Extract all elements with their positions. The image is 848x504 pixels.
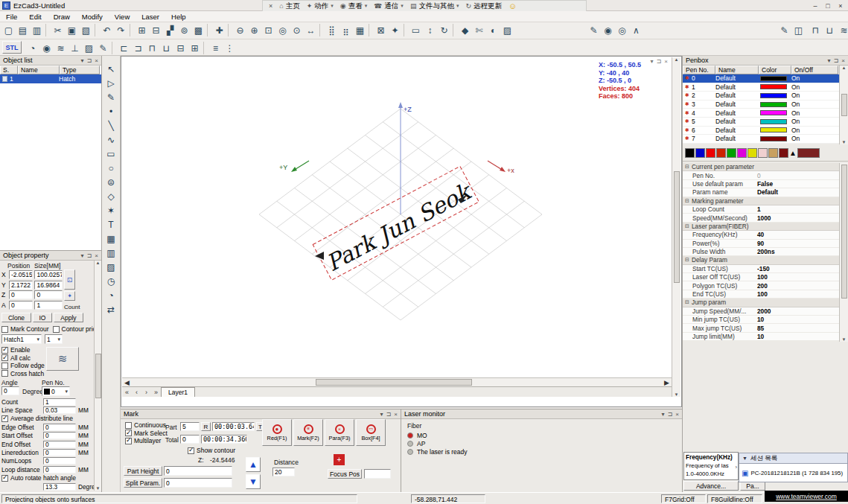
text-tool-icon[interactable]: T bbox=[104, 217, 118, 232]
panel-pin-icon[interactable]: ⊐ bbox=[386, 411, 392, 418]
panel-close-icon[interactable]: × bbox=[841, 57, 845, 64]
pen-header-name[interactable]: Name bbox=[715, 66, 759, 74]
open-icon[interactable]: ▤ bbox=[16, 23, 30, 37]
size-y-field[interactable]: 16.9864 bbox=[34, 281, 63, 290]
end-offset-field[interactable]: 0 bbox=[43, 441, 76, 448]
hatch-pattern-button[interactable]: ≋ bbox=[46, 347, 79, 371]
add-point-icon[interactable]: ✚ bbox=[212, 23, 226, 37]
param-row-polygon-tc-us[interactable]: Polygon TC(US)200 bbox=[683, 281, 840, 290]
panel-pin-icon[interactable]: ⊐ bbox=[87, 57, 92, 64]
param-row-power[interactable]: Power(%)90 bbox=[683, 240, 840, 248]
palette-swatch-6[interactable] bbox=[747, 148, 757, 158]
menu-modify[interactable]: Modify bbox=[76, 13, 109, 21]
align-center-v-icon[interactable]: ⊞ bbox=[188, 41, 202, 55]
view-switch-icon[interactable]: ◫ bbox=[791, 23, 806, 37]
pen-row-0[interactable]: ✱0DefaultOn bbox=[683, 74, 848, 83]
pen-header-color[interactable]: Color bbox=[759, 66, 791, 74]
object-property-scrollbar[interactable]: ▲ ▼ bbox=[94, 261, 101, 491]
pen-header-on-off[interactable]: On/Off bbox=[791, 66, 838, 74]
toolbar-close-icon[interactable]: × bbox=[269, 2, 272, 10]
param-row-pulse-width[interactable]: Pulse Width200ns bbox=[683, 248, 840, 256]
param-section-delay-param[interactable]: ⊟Delay Param bbox=[683, 256, 840, 264]
panel-menu-icon[interactable]: ▾ bbox=[662, 411, 665, 418]
zoom-out-icon[interactable]: ⊖ bbox=[233, 23, 247, 37]
measure-icon[interactable]: ↕ bbox=[423, 23, 437, 37]
object-list-row-selected[interactable]: 1 Hatch bbox=[0, 74, 101, 83]
snap-grid-icon[interactable]: ▦ bbox=[353, 23, 367, 37]
pen-row-3[interactable]: ✱3DefaultOn bbox=[683, 101, 848, 109]
select-tool-icon[interactable]: ↖ bbox=[104, 62, 118, 76]
object-list-header-s[interactable]: S. bbox=[0, 66, 18, 74]
collapse-icon[interactable]: ⊟ bbox=[683, 164, 692, 170]
object-list-header-type[interactable]: Type bbox=[60, 66, 100, 74]
parameter-scrollbar[interactable]: ▼ bbox=[839, 163, 848, 342]
hatch-style-select[interactable]: Hatch1▾ bbox=[1, 334, 42, 344]
param-section-laser-param-fiber[interactable]: ⊟Laser param(FIBER) bbox=[683, 223, 840, 231]
dot-array2-icon[interactable]: ⣶ bbox=[339, 23, 353, 37]
edge-offset-field[interactable]: 0 bbox=[43, 424, 76, 431]
palette-swatch-5[interactable] bbox=[737, 148, 747, 158]
part-height-button[interactable]: Part Height bbox=[124, 466, 162, 476]
minimize-button[interactable]: – bbox=[809, 1, 821, 10]
teamviewer-watermark[interactable]: www.teamviewer.com bbox=[765, 491, 848, 502]
scroll-thumb[interactable] bbox=[316, 379, 472, 386]
bitmap-tool-icon[interactable]: ▦ bbox=[104, 232, 118, 246]
status-guideline-toggle[interactable]: F8Guildline:Off bbox=[707, 494, 762, 503]
weld-icon[interactable]: ◆ bbox=[458, 23, 472, 37]
mirror-icon[interactable]: ◐ bbox=[486, 23, 500, 37]
panel-pin-icon[interactable]: ⊐ bbox=[657, 58, 662, 65]
param-row-param-name[interactable]: Param nameDefault bbox=[683, 188, 840, 197]
palette-swatch-9[interactable] bbox=[779, 148, 788, 158]
hand-icon[interactable]: ✎ bbox=[777, 23, 791, 37]
pen-onoff[interactable]: On bbox=[791, 74, 836, 82]
polygon-tool-icon[interactable]: ◇ bbox=[104, 189, 118, 203]
point-tool-icon[interactable]: • bbox=[104, 104, 118, 118]
pen-row-5[interactable]: ✱5DefaultOn bbox=[683, 118, 848, 127]
count-field[interactable]: 1 bbox=[43, 398, 76, 406]
pen-row-6[interactable]: ✱6DefaultOn bbox=[683, 127, 848, 135]
pen-row-1[interactable]: ✱1DefaultOn bbox=[683, 83, 848, 92]
palette-wide-swatch[interactable] bbox=[797, 148, 820, 158]
reset-part-button[interactable]: R bbox=[201, 422, 211, 431]
mark-f2-button[interactable]: ✳Mark(F2) bbox=[293, 419, 323, 446]
rotate-icon[interactable]: ↻ bbox=[437, 23, 451, 37]
auto-angle-field[interactable]: 13.3 bbox=[43, 483, 76, 491]
collapse-icon[interactable]: ⊟ bbox=[683, 223, 692, 229]
zoom-all-icon[interactable]: ◎ bbox=[275, 23, 290, 37]
checkbox-mark-contour[interactable]: Mark Contour bbox=[1, 325, 49, 334]
ribbon-tab-6[interactable]: ↻远程更新 bbox=[465, 1, 502, 11]
selection-handle[interactable] bbox=[315, 252, 324, 260]
focus-pos-button[interactable]: Focus Pos bbox=[328, 469, 362, 479]
layer-nav-first-icon[interactable]: « bbox=[122, 388, 132, 397]
palette-swatch-7[interactable] bbox=[758, 148, 768, 158]
layer-tab[interactable]: Layer1 bbox=[161, 387, 195, 397]
lock-ratio-button[interactable]: ⊡ bbox=[64, 269, 75, 290]
line-tool-icon[interactable]: ╲ bbox=[104, 118, 118, 133]
param-row-start-tc-us[interactable]: Start TC(US)-150 bbox=[683, 265, 840, 273]
param-row-pen-no[interactable]: Pen No.0 bbox=[683, 171, 840, 179]
scroll-thumb[interactable] bbox=[674, 171, 680, 283]
node-edit-icon[interactable]: ✎ bbox=[96, 41, 110, 55]
pen-tool-icon[interactable]: ✎ bbox=[104, 90, 118, 104]
zoom-window-icon[interactable]: ⊡ bbox=[261, 23, 275, 37]
stl-hatch-icon[interactable]: ▨ bbox=[82, 41, 96, 55]
scroll-thumb[interactable] bbox=[95, 354, 101, 398]
paste-icon[interactable]: ▧ bbox=[79, 23, 93, 37]
pan-icon[interactable]: ↔ bbox=[304, 23, 318, 37]
dock-float-icon[interactable]: ≋ bbox=[837, 23, 848, 37]
param-row-frequency-khz[interactable]: Frequency(KHz)40 bbox=[683, 231, 840, 239]
start-offset-field[interactable]: 0 bbox=[43, 432, 76, 439]
scroll-up-icon[interactable]: ▲ bbox=[675, 57, 679, 62]
position-x-field[interactable]: -2.0515 bbox=[9, 270, 34, 279]
line-space-field[interactable]: 0.03 bbox=[43, 406, 76, 414]
dock-bottom-icon[interactable]: ⊔ bbox=[823, 23, 837, 37]
align-bottom-icon[interactable]: ⊔ bbox=[159, 41, 173, 55]
checkbox-auto-rotate-hatch-angle[interactable]: Auto rotate hatch angle bbox=[1, 474, 95, 482]
focus-pos-field[interactable] bbox=[364, 469, 391, 479]
redo-icon[interactable]: ↷ bbox=[114, 23, 128, 37]
drawing-canvas[interactable]: +Z +Y +x Park Jun Seok X: -50.5 , 50.5 Y… bbox=[121, 56, 682, 407]
scroll-thumb[interactable] bbox=[841, 94, 847, 116]
param-row-use-default-param[interactable]: Use default paramFalse bbox=[683, 180, 840, 188]
scroll-down-icon[interactable]: ▼ bbox=[842, 337, 847, 342]
z-up-button[interactable]: ▲ bbox=[246, 457, 261, 472]
